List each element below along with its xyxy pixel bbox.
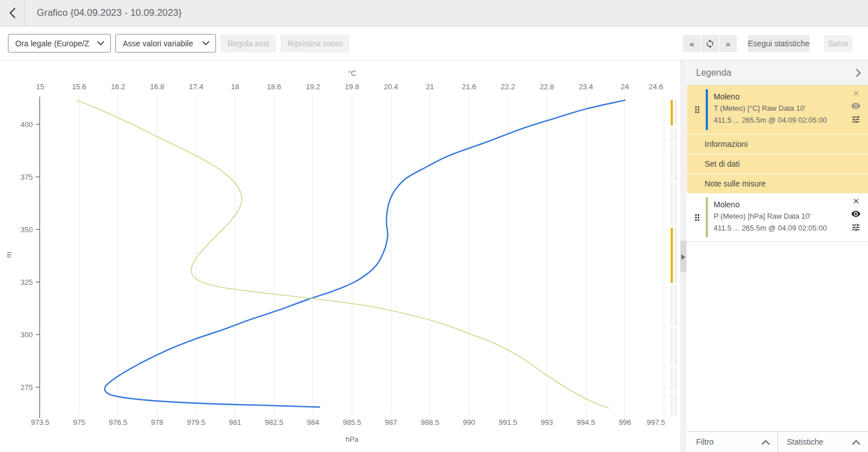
temp-tick-label: 22.2 [501, 82, 515, 91]
chevron-down-icon [97, 41, 104, 46]
range-indicator-segment [675, 145, 677, 180]
legend-menu-note-sulle-misure[interactable]: Note sulle misure [687, 173, 868, 193]
temp-tick-label: 24 [621, 82, 629, 91]
range-indicator-segment [675, 182, 677, 225]
temp-tick-label: 17.4 [189, 82, 203, 91]
height-tick-label: 350 [20, 225, 33, 234]
range-indicator-segment [671, 129, 673, 143]
temp-tick-label: 23.4 [578, 82, 593, 91]
legend-item-moleno-t[interactable]: Moleno T (Meteo) [°C] Raw Data 10' 411.5… [687, 85, 868, 134]
press-tick-label: 981 [229, 418, 241, 427]
series-range-label: 411.5 ... 265.5m @ 04.09 02:05:00 [714, 223, 843, 234]
range-indicator-segment [675, 228, 677, 283]
eye-icon[interactable] [851, 210, 861, 218]
range-indicator-segment [675, 328, 677, 366]
app-root: Grafico {04.09.2023 - 10.09.2023} Ora le… [0, 0, 868, 452]
chevron-down-icon [202, 41, 209, 46]
range-indicator-segment [675, 129, 677, 143]
range-indicator-segment [671, 368, 673, 391]
title-bar: Grafico {04.09.2023 - 10.09.2023} [0, 0, 868, 27]
series-range-label: 411.5 ... 265.5m @ 04.09 02:05:00 [714, 115, 843, 127]
value-axis-select-value: Asse valori variabile [123, 39, 193, 48]
chevron-up-icon [852, 439, 861, 445]
range-indicator-segment [675, 100, 677, 125]
press-tick-label: 991.5 [499, 418, 517, 427]
press-tick-label: 993 [541, 418, 553, 427]
temp-tick-label: 19.8 [345, 82, 359, 91]
next-period-button[interactable]: » [719, 35, 737, 52]
tune-sliders-icon[interactable] [851, 115, 861, 124]
range-indicator-segment [675, 285, 677, 326]
legend-item-moleno-p[interactable]: Moleno P (Meteo) [hPa] Raw Data 10' 411.… [687, 193, 868, 242]
timezone-select-value: Ora legale (Europe/Z [15, 39, 89, 48]
refresh-icon [705, 39, 715, 49]
press-tick-label: 979.5 [187, 418, 205, 427]
filter-panel-toggle[interactable]: Filtro [687, 432, 778, 452]
height-tick-label: 275 [20, 383, 33, 392]
height-tick-label: 400 [20, 120, 33, 129]
chevron-left-icon [8, 7, 17, 19]
series-color-bar [706, 197, 708, 237]
range-indicator-segment [671, 328, 673, 366]
press-tick-label: 987 [385, 418, 398, 427]
temp-tick-label: 19.2 [306, 82, 320, 91]
range-indicator-segment [675, 368, 677, 391]
timezone-select[interactable]: Ora legale (Europe/Z [8, 34, 111, 53]
range-indicator-segment [671, 145, 673, 180]
chevron-up-icon [761, 439, 770, 445]
temp-tick-label: 18 [231, 82, 239, 91]
height-tick-label: 300 [20, 331, 33, 339]
press-tick-label: 994.5 [577, 418, 595, 427]
temp-tick-label: 15 [36, 82, 44, 91]
drag-handle-icon[interactable] [692, 103, 702, 116]
legend-header[interactable]: Legenda [687, 60, 868, 85]
close-icon[interactable] [852, 89, 860, 97]
range-indicator-segment [671, 228, 673, 283]
run-statistics-button[interactable]: Esegui statistiche [748, 35, 810, 52]
press-tick-label: 996 [619, 418, 631, 427]
temp-axis-title: °C [348, 69, 356, 77]
refresh-button[interactable] [701, 35, 719, 52]
press-tick-label: 975 [73, 418, 85, 427]
height-tick-label: 375 [20, 173, 33, 181]
temp-tick-label: 21.6 [462, 82, 476, 91]
press-tick-label: 988.5 [421, 418, 439, 427]
drag-handle-icon[interactable] [692, 211, 702, 224]
press-tick-label: 997.5 [647, 418, 666, 427]
reset-zoom-button[interactable]: Ripristina zoom [280, 34, 349, 53]
range-indicator-segment [671, 285, 673, 326]
value-axis-select[interactable]: Asse valori variabile [115, 34, 216, 53]
triangle-right-icon[interactable] [681, 254, 685, 260]
press-tick-label: 982.5 [265, 418, 283, 427]
temp-tick-label: 16.2 [111, 82, 125, 91]
range-indicator-segment [671, 100, 673, 125]
series-color-bar [706, 89, 708, 130]
range-indicator-segment [675, 393, 677, 415]
close-icon[interactable] [852, 197, 860, 205]
temp-tick-label: 18.6 [267, 82, 281, 91]
legend-panel: Legenda Moleno T (Meteo) [°C] Raw Data 1… [687, 60, 868, 452]
series-station-name: Moleno [714, 199, 843, 211]
page-title: Grafico {04.09.2023 - 10.09.2023} [37, 7, 182, 19]
legend-title: Legenda [696, 68, 731, 78]
save-button[interactable]: Salva [824, 35, 852, 52]
series-variable-label: T (Meteo) [°C] Raw Data 10' [714, 103, 843, 115]
height-axis-title: m [5, 252, 13, 258]
temp-tick-label: 20.4 [384, 82, 398, 91]
press-axis-title: hPa [346, 435, 359, 444]
legend-menu-informazioni[interactable]: Informazioni [687, 134, 868, 154]
legend-menu-set-di-dati[interactable]: Set di dati [687, 154, 868, 173]
press-tick-label: 990 [463, 418, 475, 427]
temp-tick-label: 16.8 [150, 82, 164, 91]
previous-period-button[interactable]: « [683, 35, 701, 52]
tune-sliders-icon[interactable] [851, 223, 861, 232]
chevron-right-icon[interactable] [856, 68, 861, 77]
temp-tick-label: 21 [426, 82, 434, 91]
back-button[interactable] [0, 0, 25, 26]
adjust-axes-button[interactable]: Regola assi [221, 34, 276, 53]
eye-icon[interactable] [851, 102, 861, 110]
statistics-panel-toggle[interactable]: Statistiche [778, 432, 868, 452]
panel-divider [680, 60, 686, 452]
chart-plot-area[interactable] [40, 95, 664, 415]
press-tick-label: 985.5 [343, 418, 361, 427]
